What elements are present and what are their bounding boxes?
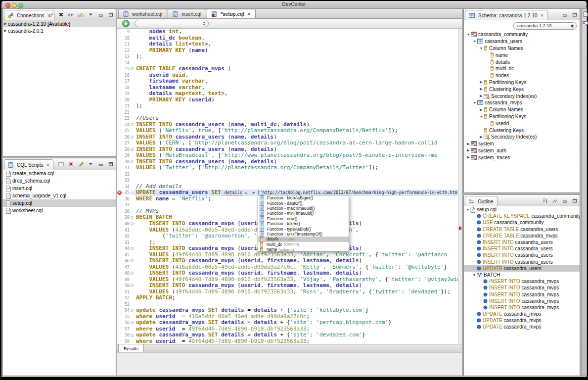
code-line[interactable]: 18 lastname varchar, (117, 85, 462, 91)
rename-script-icon[interactable] (77, 160, 85, 168)
code-line[interactable]: 22 (117, 109, 462, 116)
tab-results[interactable]: Results (118, 344, 144, 353)
code-line[interactable]: 11 details list<text>, (117, 41, 462, 48)
code-line[interactable]: 23//Users (117, 115, 462, 122)
fold-marker[interactable] (130, 122, 135, 128)
autocomplete-item[interactable]: Function - dateOf() (258, 200, 349, 205)
code-line-text[interactable]: lastname varchar, (135, 85, 462, 91)
expand-arrow-icon[interactable]: ▼ (472, 40, 477, 43)
error-icon[interactable]: ✕ (117, 190, 122, 195)
schema-tree-item[interactable]: ▶Secondary Index(es) (464, 93, 580, 99)
collapse-icon[interactable] (131, 136, 134, 139)
schema-tree-item[interactable]: ▶Secondary Index(es) (464, 134, 580, 141)
collapse-icon[interactable] (131, 160, 134, 163)
maximize-icon[interactable] (107, 160, 114, 168)
script-file-item[interactable]: drop_schema.cql (3, 177, 116, 185)
code-line[interactable]: 59where userid = 49f64d40-7d89-4890-b910… (117, 338, 462, 344)
code-line[interactable]: 30INSERT INTO cassandra_users (name, det… (117, 159, 462, 165)
code-line-text[interactable]: details map<text, text>, (135, 91, 462, 97)
connection-item[interactable]: ▶cassandra-2.0.1 (3, 27, 116, 34)
schema-tree-item[interactable]: nodes (464, 72, 580, 79)
fold-marker[interactable] (130, 214, 135, 221)
view-menu-icon[interactable] (87, 160, 94, 168)
schema-tree-item[interactable]: ▶Clustering Keys (464, 86, 580, 93)
code-line[interactable]: 31VALUES ('Twitter', ['http://planetcass… (117, 165, 462, 171)
autocomplete-item[interactable]: Function - typeAsBlob() (258, 226, 349, 231)
outline-item[interactable]: CREATE TABLE cassandra_users (464, 226, 580, 233)
sort-icon[interactable] (541, 197, 548, 204)
code-line-text[interactable]: VALUES ('MetaBroadcast', ['http://www.pl… (135, 152, 462, 159)
code-line[interactable]: 32 (117, 171, 462, 178)
maximize-icon[interactable] (107, 11, 114, 18)
code-line-text[interactable]: INSERT INTO cassandra_users (name, detai… (135, 146, 462, 153)
fold-marker[interactable] (130, 270, 135, 277)
code-line-text[interactable]: VALUES (49f64d40-7d89-4890-b910-dbf92356… (135, 289, 462, 295)
outline-item[interactable]: UPDATE cassandra_mvps (464, 311, 580, 317)
code-line-text[interactable]: PRIMARY KEY (userid) (135, 97, 462, 103)
outline-item[interactable]: ▼setup.cql (464, 206, 580, 213)
autocomplete-item[interactable]: name(column) (258, 247, 349, 252)
code-line-text[interactable]: where userid = 49f64d40-7d89-4890-b910-d… (135, 338, 462, 344)
overview-ruler[interactable] (458, 29, 462, 344)
outline-item[interactable]: INSERT INTO cassandra_mvps (464, 304, 580, 311)
fold-marker[interactable] (130, 332, 135, 338)
expand-arrow-icon[interactable]: ▶ (3, 29, 8, 33)
code-line[interactable]: 27VALUES ('CERN', ['http://planetcassand… (117, 140, 462, 146)
error-marker[interactable]: ✕ (117, 190, 122, 196)
open-connection-icon[interactable] (67, 11, 75, 18)
fold-marker[interactable] (130, 146, 135, 153)
fold-marker[interactable] (130, 159, 135, 165)
expand-arrow-icon[interactable]: ▶ (479, 94, 484, 98)
code-line-text[interactable] (135, 301, 462, 308)
schema-tree-item[interactable]: details (464, 58, 580, 65)
outline-item[interactable]: UPDATE cassandra_mvps (464, 324, 580, 330)
expand-arrow-icon[interactable]: ▶ (479, 135, 484, 139)
code-line[interactable]: 24INSERT INTO cassandra_users (name, mul… (117, 122, 462, 128)
fold-marker[interactable] (130, 221, 135, 227)
code-line-text[interactable] (135, 177, 462, 184)
code-line[interactable]: 9 nodes int, (117, 29, 462, 35)
schema-tree-item[interactable]: userid (464, 120, 580, 127)
tab-connections[interactable]: Connections ✕ (4, 10, 54, 21)
new-connection-icon[interactable] (47, 11, 55, 18)
code-line[interactable]: 13); (117, 53, 462, 60)
code-line[interactable]: 28INSERT INTO cassandra_users (name, det… (117, 146, 462, 153)
maximize-icon[interactable] (571, 11, 578, 18)
code-line[interactable]: 48 INSERT INTO cassandra_mvps (userid, f… (117, 270, 462, 277)
link-with-editor-icon[interactable] (551, 197, 558, 204)
code-line-text[interactable]: VALUES ('CERN', ['http://planetcassandra… (135, 140, 462, 146)
code-line-text[interactable]: details list<text>, (135, 41, 462, 48)
outline-item[interactable]: UPDATE cassandra_mvps (464, 317, 580, 324)
expand-arrow-icon[interactable]: ▼ (465, 208, 470, 211)
code-line-text[interactable] (135, 60, 462, 66)
expand-arrow-icon[interactable]: ▼ (472, 273, 477, 277)
error-overview-marker[interactable] (459, 227, 461, 230)
delete-connection-icon[interactable] (57, 11, 65, 18)
close-icon[interactable]: ✕ (541, 13, 544, 18)
collapse-icon[interactable] (131, 216, 134, 219)
outline-item[interactable]: USE cassandra_community (464, 219, 580, 226)
expand-arrow-icon[interactable]: ▶ (466, 155, 471, 159)
code-line-text[interactable]: update cassandra_mvps SET details = deta… (135, 320, 462, 326)
expand-arrow-icon[interactable]: ▶ (466, 142, 471, 146)
code-line-text[interactable]: INSERT INTO cassandra_mvps (userid, firs… (135, 258, 462, 264)
code-line[interactable]: 56update cassandra_mvps SET details = de… (117, 320, 462, 326)
schema-tree-item[interactable]: multi_dc (464, 65, 580, 72)
outline-item[interactable]: INSERT INTO cassandra_mvps (464, 278, 580, 285)
code-line-text[interactable]: VALUES (49f64d40-7d89-4890-b910-dbf92356… (135, 252, 462, 258)
editor-tab-setup.cql[interactable]: *setup.cql✕ (207, 9, 256, 18)
collapse-icon[interactable] (131, 67, 134, 70)
expand-arrow-icon[interactable]: ▼ (479, 47, 484, 50)
code-line[interactable]: 53 (117, 301, 462, 308)
script-file-item[interactable]: worksheet.cql (3, 207, 116, 214)
code-line[interactable]: 34// Add details (117, 184, 462, 190)
autocomplete-item[interactable]: Function - minTimeuuid() (258, 211, 349, 216)
fold-marker[interactable] (130, 245, 135, 252)
code-line-text[interactable]: where userid = 49f64d40-7d89-4890-b910-d… (135, 326, 462, 332)
schema-tree-item[interactable]: ▶system (464, 141, 580, 147)
expand-arrow-icon[interactable]: ▼ (479, 115, 484, 118)
code-line[interactable]: 21); (117, 103, 462, 109)
outline-item[interactable]: INSERT INTO cassandra_users (464, 252, 580, 258)
outline-item[interactable]: UPDATE cassandra_users (464, 265, 580, 272)
schema-tree-item[interactable]: ▼cassandra_users (464, 38, 580, 45)
